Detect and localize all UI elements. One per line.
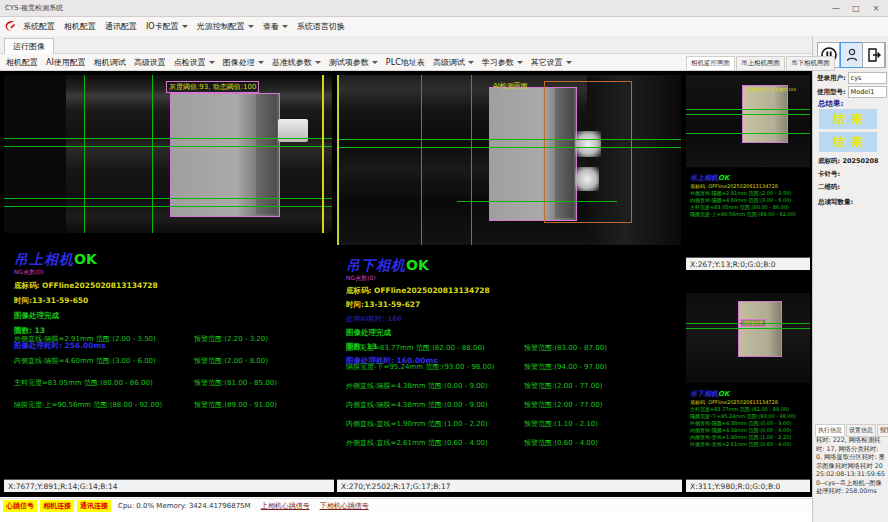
measure-line [686, 114, 810, 115]
measurement-row: 主料宽度=83.05mm 范围:(80.00 - 86.00)预警范围:(81.… [14, 378, 332, 400]
menu-view[interactable]: 查看 [263, 21, 288, 32]
menu-comm-config[interactable]: 通讯配置 [105, 21, 137, 32]
heartbeat-badge: 心跳信号 [3, 500, 37, 512]
chevron-down-icon [372, 61, 378, 64]
measurement-row: 内侧直线-隔膜=4.60mm 范围:(3.00 - 6.00)预警范围:(2.0… [14, 356, 332, 378]
lower-measurements: 主料宽度=83.77mm 范围:(82.00 - 88.00)预警范围:(83.… [346, 343, 678, 457]
tool-other-settings[interactable]: 其它设置 [531, 57, 572, 68]
threshold-overlay-label: AI检测画面 [740, 319, 766, 327]
main-area: 灰度阈值:93, 动态阈值:100 吊上相机OK NG点数(0) 底标码: OF… [0, 71, 812, 497]
chevron-down-icon [182, 25, 188, 28]
measure-line [457, 201, 617, 202]
upper-measurements: 外侧直线-隔膜=2.91mm 范围:(2.00 - 3.50)预警范围:(2.2… [14, 334, 332, 422]
barcode-value: 20250208 [842, 157, 878, 165]
menu-system-config[interactable]: 系统配置 [23, 21, 55, 32]
camera-title: 吊下相机OK [346, 257, 490, 275]
lower-camera-panel: AI检测画面 吊下相机OK NG点数(0) 底标码: OFFline202502… [336, 71, 682, 497]
cpu-memory-status: Cpu: 0.0% Memory: 3424.41796875M [118, 502, 251, 510]
execution-log[interactable]: 耗时: 222, 网络检测耗时: 17, 网络分类耗时: 0, 网络提取分区耗时… [816, 436, 885, 496]
thumb-top-coordinate-bar: X:267;Y:13;R:0;G:0;B:0 [686, 257, 810, 270]
menu-language-switch[interactable]: 系统语言切换 [297, 21, 345, 32]
maximize-icon[interactable]: □ [846, 0, 866, 16]
tool-plc-address[interactable]: PLC地址表 [386, 57, 425, 68]
app-logo-icon [4, 19, 17, 34]
threshold-overlay-label: 灰度阈值:93, 动态阈值:100 [166, 81, 259, 93]
tool-baseline-params[interactable]: 基准线参数 [272, 57, 321, 68]
close-icon[interactable]: × [866, 0, 886, 16]
measurement-row: 主料宽度=83.77mm 范围:(82.00 - 88.00)预警范围:(83.… [346, 343, 678, 362]
tool-image-process[interactable]: 图像处理 [223, 57, 264, 68]
tool-advanced-debug[interactable]: 高级调试 [433, 57, 474, 68]
result-ok-badge: OK [718, 390, 729, 398]
measure-line [686, 109, 810, 110]
exit-button[interactable] [862, 42, 885, 68]
total-result-label: 总结果: [818, 99, 844, 109]
measure-line [4, 138, 332, 139]
login-user-value[interactable]: cys [848, 72, 887, 84]
time-line: 时间:13-31-59-650 [14, 296, 158, 306]
ai-time-line: 处理AI耗时: 166 [346, 314, 490, 324]
model-label: 使用型号: [817, 88, 846, 97]
tab-strip: 运行图像 [0, 36, 812, 54]
result-badge-bottom: 结果 [819, 132, 877, 152]
tool-advanced-settings[interactable]: 高级设置 [134, 57, 166, 68]
tool-test-params[interactable]: 测试项参数 [329, 57, 378, 68]
barcode-line: 底标码: OFFline2025020813134728 [14, 281, 158, 291]
right-sidebar: 登录用户: cys 使用型号: Model1 总结果: 结果 结果 底标码: 2… [812, 36, 888, 522]
thumb-bottom-text: 吊下相机OK 底标码: OFFline2025020813134728 主料宽度… [690, 389, 796, 448]
boundary-line [322, 75, 324, 233]
measure-line-vertical [471, 75, 472, 245]
chevron-down-icon [468, 61, 474, 64]
camera-title: 吊上相机OK [14, 251, 158, 269]
menu-camera-config[interactable]: 相机配置 [64, 21, 96, 32]
measure-line [4, 146, 332, 147]
ng-count: NG点数(0) [346, 274, 490, 283]
thumb-tab-lower-camera[interactable]: 吊下相机画面 [786, 56, 835, 71]
login-user-button[interactable] [840, 42, 863, 68]
measure-line-vertical [152, 75, 153, 233]
tool-learning-params[interactable]: 学习参数 [482, 57, 523, 68]
barcode-row: 底标码: 20250208 [818, 157, 879, 166]
menu-bar: 系统配置 相机配置 通讯配置 IO卡配置 光源控制配置 查看 系统语言切换 [0, 17, 888, 37]
lower-camera-heartbeat: 下相机心跳信号 [320, 501, 369, 511]
thumb-tab-upper-camera[interactable]: 吊上相机画面 [736, 56, 785, 71]
measurement-row: 隔膜宽度-下=95.24mm 范围:(93.00 - 98.00)预警范围:(9… [346, 362, 678, 381]
model-value[interactable]: Model1 [848, 86, 887, 98]
measurement-row: 外侧直线-隔膜=2.91mm 范围:(2.00 - 3.50)预警范围:(2.2… [14, 334, 332, 356]
tool-camera-config[interactable]: 相机配置 [6, 57, 38, 68]
tool-ai-use-config[interactable]: AI使用配置 [46, 57, 86, 68]
time-line: 时间:13-31-59-627 [346, 300, 490, 310]
ai-overlay-label: AI检测画面 [491, 81, 530, 91]
product-region-outline [738, 301, 782, 357]
lower-camera-image[interactable]: AI检测画面 [337, 75, 681, 245]
measurement-row: 外侧直线-直线=2.61mm 范围:(0.60 - 4.00)预警范围:(0.6… [346, 438, 678, 457]
minimize-icon[interactable]: — [826, 0, 846, 16]
chevron-down-icon [248, 25, 254, 28]
result-ok-badge: OK [74, 251, 97, 267]
tool-camera-debug[interactable]: 相机调试 [94, 57, 126, 68]
highlight-blob [575, 131, 601, 157]
thumb-top-image[interactable]: 灰度阈值:93, 动态阈值:100 [686, 75, 810, 167]
menu-light-config[interactable]: 光源控制配置 [197, 21, 254, 32]
threshold-overlay-label: 灰度阈值:93, 动态阈值:100 [744, 87, 798, 93]
chevron-down-icon [282, 25, 288, 28]
thumb-tab-monitor[interactable]: 相机监控画面 [686, 56, 735, 71]
tool-spot-check[interactable]: 点检设置 [174, 57, 215, 68]
tab-run-image[interactable]: 运行图像 [4, 38, 54, 54]
comm-connect-badge: 通讯连接 [77, 500, 111, 512]
chevron-down-icon [315, 61, 321, 64]
menu-io-config[interactable]: IO卡配置 [146, 21, 188, 32]
thumb-bottom-image[interactable]: AI检测画面 [686, 293, 810, 383]
thumb-bottom-coordinate-bar: X:311;Y:980;R:0;G:0;B:0 [686, 479, 810, 492]
measure-line [4, 206, 332, 207]
upper-camera-image[interactable]: 灰度阈值:93, 动态阈值:100 [4, 75, 332, 233]
login-user-row: 登录用户: cys [817, 72, 887, 84]
highlight-blob [575, 167, 599, 191]
measure-line [4, 198, 332, 199]
measure-line-vertical [84, 75, 85, 233]
measurement-row: 内侧直线-直线=1.90mm 范围:(1.00 - 2.20)预警范围:(1.1… [346, 419, 678, 438]
measure-line [686, 133, 810, 134]
measure-line [337, 139, 681, 140]
ng-count: NG点数(0) [14, 268, 158, 277]
measurement-row: 隔膜宽度-上=90.56mm 范围:(88.00 - 92.00)预警范围:(8… [14, 400, 332, 422]
